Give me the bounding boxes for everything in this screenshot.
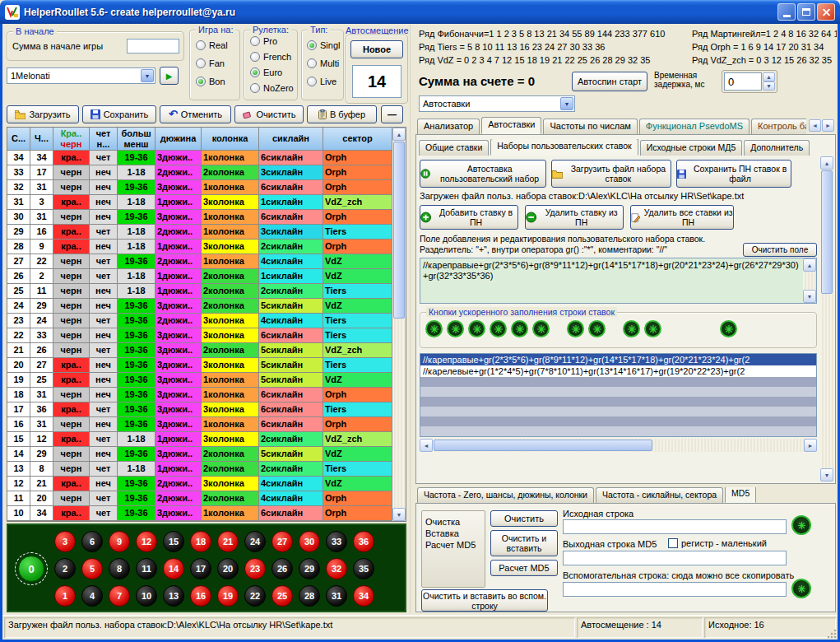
table-row[interactable]: 1512кра..чет1-181дюжи..3колонка2сиклайнV…: [7, 432, 392, 447]
board-number-3[interactable]: 3: [54, 531, 76, 552]
board-number-18[interactable]: 18: [190, 531, 211, 552]
board-number-35[interactable]: 35: [353, 558, 374, 579]
bet-list[interactable]: //кареправые+gr(2*3*5*6)+gr(8*9*11*12)+g…: [420, 353, 817, 437]
scroll-down-icon[interactable]: ▼: [803, 290, 816, 303]
board-number-13[interactable]: 13: [163, 585, 184, 607]
table-row[interactable]: 2126чернчет19-363дюжи..2колонка5сиклайнV…: [7, 343, 392, 358]
board-number-2[interactable]: 2: [54, 558, 76, 579]
preset-combobox[interactable]: 1Melonati ▼: [7, 67, 155, 84]
md5-clear-insert-helper-button[interactable]: Очистить и вставить во вспом. строку: [421, 589, 548, 612]
minimize-button[interactable]: [777, 3, 796, 21]
quick-bet-button-4[interactable]: [490, 320, 507, 337]
subtab-additional[interactable]: Дополнитель: [744, 140, 810, 156]
table-row[interactable]: 138чернчет1-181дюжи..2колонка2сиклайнTie…: [7, 462, 392, 477]
table-row[interactable]: 2722чернчет19-362дюжи..1колонка4сиклайнV…: [7, 254, 392, 269]
quick-bet-button-6[interactable]: [532, 320, 550, 337]
table-row[interactable]: 2233черннеч19-363дюжи..3колонка6сиклайнT…: [7, 328, 392, 343]
md5-source-input[interactable]: [563, 519, 787, 534]
tab-scroll-right-icon[interactable]: ►: [822, 119, 834, 132]
scrollbar-thumb[interactable]: [434, 440, 652, 451]
tab-freq-sixlines[interactable]: Частота - сиклайны, сектора: [596, 487, 723, 503]
board-number-29[interactable]: 29: [299, 558, 320, 579]
board-number-5[interactable]: 5: [81, 558, 103, 579]
list-horizontal-scrollbar[interactable]: ◄ ►: [420, 439, 817, 452]
quick-bet-button-2[interactable]: [447, 320, 464, 337]
scrollbar-thumb[interactable]: [393, 142, 405, 319]
board-number-1[interactable]: 1: [54, 585, 76, 607]
table-row[interactable]: 1736кра..чет19-363дюжи..3колонка6сиклайн…: [7, 402, 392, 417]
delete-bet-button[interactable]: Удалить ставку из ПН: [525, 205, 624, 230]
tab-analyzer[interactable]: Анализатор: [417, 119, 480, 134]
board-number-33[interactable]: 33: [326, 531, 347, 552]
table-row[interactable]: 1429черннеч19-363дюжи..2колонка5сиклайнV…: [7, 447, 392, 462]
quick-bet-button-1[interactable]: [425, 320, 443, 337]
board-number-23[interactable]: 23: [244, 558, 266, 579]
board-number-0[interactable]: 0: [18, 556, 44, 582]
new-button[interactable]: Новое: [350, 40, 403, 58]
md5-calc-button[interactable]: Расчет MD5: [490, 560, 558, 576]
board-number-36[interactable]: 36: [353, 531, 374, 552]
table-row[interactable]: 289кра..неч1-181дюжи..3колонка2сиклайнOr…: [7, 240, 392, 254]
radio-pro[interactable]: Pro: [250, 36, 277, 46]
save-button[interactable]: Сохранить: [82, 105, 156, 123]
subtab-custom-sets[interactable]: Наборы пользовательских ставок: [490, 139, 638, 156]
save-set-file-button[interactable]: Сохранить ПН ставок в файл: [676, 160, 791, 188]
tab-md5[interactable]: MD5: [725, 487, 756, 503]
table-row[interactable]: 3231черннеч19-363дюжи..1колонка6сиклайнO…: [7, 180, 392, 195]
tab-freq-chances[interactable]: Частота - Zero, шансы, дюжины, колонки: [417, 487, 594, 503]
board-number-30[interactable]: 30: [299, 531, 320, 552]
tab-autobets[interactable]: Автоставки: [481, 117, 541, 134]
board-number-15[interactable]: 15: [163, 531, 184, 552]
table-row[interactable]: 2429черннеч19-363дюжи..2колонка5сиклайнV…: [7, 299, 392, 314]
md5-helper-input[interactable]: [563, 582, 787, 597]
quick-bet-button-3[interactable]: [468, 320, 485, 337]
tab-frequencies[interactable]: Частоты по числам: [543, 119, 637, 134]
board-number-19[interactable]: 19: [217, 585, 239, 607]
table-row[interactable]: 2027кра..неч19-363дюжи..3колонка5сиклайн…: [7, 358, 392, 373]
close-button[interactable]: [817, 3, 835, 21]
scroll-up-icon[interactable]: ▲: [820, 156, 833, 170]
quick-bet-button-11[interactable]: [720, 320, 737, 337]
board-number-11[interactable]: 11: [136, 558, 157, 579]
radio-nozero[interactable]: NoZero: [250, 83, 294, 93]
autobet-custom-set-button[interactable]: Автоставка пользовательский набор: [420, 160, 546, 188]
md5-lowercase-checkbox[interactable]: регистр - маленький: [668, 538, 767, 548]
scroll-down-icon[interactable]: ▼: [392, 508, 406, 521]
table-row[interactable]: 3317черннеч1-182дюжи..2колонка3сиклайнOr…: [7, 165, 392, 180]
tab-psevdoms[interactable]: Функционал PsevdoMS: [639, 119, 750, 134]
board-number-24[interactable]: 24: [244, 531, 266, 552]
tab-bankroll-control[interactable]: Контроль банкр: [751, 119, 806, 134]
table-vertical-scrollbar[interactable]: ▲ ▼: [392, 128, 406, 521]
md5-clear-button[interactable]: Очистить: [490, 510, 558, 527]
md5-helper-action-button[interactable]: [791, 579, 811, 598]
radio-multi[interactable]: Multi: [307, 58, 339, 68]
tab-scroll-left-icon[interactable]: ◄: [809, 119, 821, 132]
autospin-start-button[interactable]: Автоспин старт: [572, 72, 647, 91]
subtab-md5-strings[interactable]: Исходные строки МД5: [640, 140, 743, 156]
clear-button[interactable]: Очистить: [234, 105, 304, 123]
add-bet-button[interactable]: Добавить ставку в ПН: [420, 205, 518, 230]
radio-euro[interactable]: Euro: [250, 67, 282, 77]
board-number-21[interactable]: 21: [217, 531, 239, 552]
table-row[interactable]: 313кра..неч1-181дюжи..3колонка1сиклайнVd…: [7, 195, 392, 210]
board-number-14[interactable]: 14: [163, 558, 184, 579]
combo-arrow-icon[interactable]: ▼: [141, 69, 154, 82]
bet-edit-area[interactable]: //кареправые+gr(2*3*5*6)+gr(8*9*11*12)+g…: [420, 258, 817, 304]
play-button[interactable]: ▶: [160, 67, 179, 85]
table-row[interactable]: 2511черннеч1-181дюжи..2колонка2сиклайнTi…: [7, 284, 392, 299]
scroll-down-icon[interactable]: ▼: [820, 468, 833, 482]
board-number-34[interactable]: 34: [353, 585, 374, 607]
quick-bet-button-9[interactable]: [623, 320, 640, 337]
quick-bet-button-5[interactable]: [511, 320, 528, 337]
board-number-16[interactable]: 16: [190, 585, 211, 607]
scroll-right-icon[interactable]: ►: [804, 439, 817, 452]
board-number-4[interactable]: 4: [81, 585, 103, 607]
table-row[interactable]: 2324чернчет19-362дюжи..3колонка4сиклайнT…: [7, 314, 392, 328]
board-number-6[interactable]: 6: [81, 531, 103, 552]
bet-list-item[interactable]: //карелевые+gr(1*2*4*5)+gr(7*8*10*11)+gr…: [420, 365, 816, 377]
scrollbar-thumb[interactable]: [821, 170, 833, 294]
spin-up-icon[interactable]: ▲: [763, 72, 775, 81]
table-row[interactable]: 3434кра..чет19-363дюжи..1колонка6сиклайн…: [7, 151, 392, 165]
table-row[interactable]: 1925кра..неч19-363дюжи..1колонка5сиклайн…: [7, 373, 392, 388]
delay-value[interactable]: 0: [724, 72, 762, 91]
